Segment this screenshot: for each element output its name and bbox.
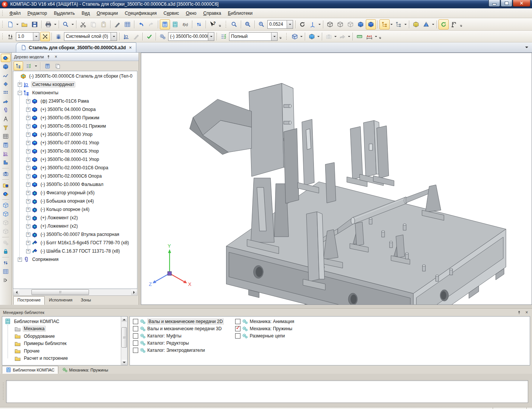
library-tree-item[interactable]: Оборудование	[2, 333, 127, 340]
tree-item[interactable]: +(-) Шайба С.16.37 ГОСТ 11371-78 (х8)	[13, 247, 137, 255]
tree-item[interactable]: +(-) 3500Пс-10.0000 Фальшвал	[13, 180, 137, 189]
step-combo[interactable]: 1.0	[16, 32, 39, 41]
menu-item-1[interactable]: Редактор	[24, 9, 51, 17]
layer-combo[interactable]: Системный слой (0)	[64, 32, 117, 41]
move-component[interactable]	[1, 201, 11, 209]
menu-item-0[interactable]: Файл	[6, 9, 24, 17]
tree-item[interactable]: +(+) 3500Пс-05.0000 Прижим	[13, 114, 137, 122]
scroll-thumb[interactable]	[122, 327, 127, 348]
rebuild-model[interactable]	[449, 19, 459, 30]
toolbar-overflow[interactable]	[218, 20, 222, 29]
fix-component[interactable]	[1, 247, 11, 256]
hide-objects-dropdown-icon[interactable]	[390, 20, 393, 29]
orientation[interactable]	[307, 19, 318, 30]
menu-item-2[interactable]: Выделить	[50, 9, 78, 17]
auxiliary-geometry[interactable]	[1, 97, 11, 106]
tree-expander[interactable]: +	[26, 116, 30, 120]
tree-expander[interactable]: +	[18, 258, 22, 262]
open-document[interactable]	[19, 19, 30, 30]
tree-item[interactable]: +(-) Фиксатор упорный (х5)	[13, 189, 137, 197]
restore-button[interactable]	[501, 0, 512, 7]
spec-editor[interactable]	[122, 19, 133, 30]
scroll-thumb[interactable]	[31, 289, 89, 295]
arrays[interactable]	[1, 89, 11, 97]
assembly-model[interactable]	[190, 83, 506, 304]
scroll-right-icon[interactable]	[131, 289, 137, 295]
library-checkbox[interactable]	[235, 319, 240, 324]
toolbar-overflow[interactable]	[378, 32, 382, 41]
component-replace[interactable]	[1, 259, 11, 267]
refresh-image[interactable]	[297, 19, 307, 30]
library-item[interactable]: Механика: Анимация	[235, 318, 294, 325]
tree-expander[interactable]: +	[26, 233, 30, 237]
tree-item[interactable]: +(-) Кольцо опорное (х4)	[13, 205, 137, 214]
library-checkbox[interactable]	[235, 333, 240, 339]
combo-dropdown-icon[interactable]	[208, 33, 214, 41]
scale-combo[interactable]: 0.0524	[267, 20, 293, 29]
library-tab-1[interactable]: Механика: Пружины	[58, 366, 112, 374]
macro-objects[interactable]	[1, 170, 11, 178]
construction-objects[interactable]	[1, 150, 11, 158]
preview-dropdown-icon[interactable]	[71, 20, 75, 29]
zoom-in-out[interactable]	[256, 19, 267, 30]
library-tree-scrollbar[interactable]	[121, 317, 127, 365]
combo-dropdown-icon[interactable]	[287, 20, 293, 28]
tree-expander[interactable]: +	[26, 124, 30, 128]
reports[interactable]	[1, 141, 11, 149]
copy-properties[interactable]	[112, 19, 122, 30]
tree-expander[interactable]: +	[26, 191, 30, 195]
menu-item-6[interactable]: Сервис	[160, 9, 183, 17]
display-wireframe[interactable]	[325, 19, 335, 30]
tree-item[interactable]: +(-) Болт М16х1,5-6gх45 ГОСТ 7798-70 (х8…	[13, 239, 137, 247]
change-component[interactable]	[158, 32, 167, 41]
3d-viewport[interactable]: X Y Z	[141, 53, 532, 305]
orientation-dropdown-icon[interactable]	[318, 20, 321, 29]
new-document[interactable]	[5, 19, 16, 30]
library-manager-toggle[interactable]	[170, 19, 180, 30]
detail-combo[interactable]: Полный	[229, 32, 278, 41]
document-check[interactable]	[144, 32, 154, 41]
library-tree-item[interactable]: Расчет и построение	[2, 355, 127, 362]
library-item[interactable]: Каталог: Редукторы	[133, 339, 224, 347]
library-item[interactable]: Каталог: Муфты	[133, 332, 224, 339]
surfaces[interactable]	[1, 80, 11, 88]
tree-item[interactable]: +Системы координат	[13, 80, 137, 89]
cut[interactable]	[78, 19, 88, 30]
tree-relations[interactable]	[43, 61, 52, 70]
tree-expander[interactable]: +	[26, 158, 30, 162]
simplified-display-dropdown-icon[interactable]	[431, 20, 435, 29]
document-tab[interactable]: Стапель для сборки_3500Пс-00.0000С6.a3d …	[16, 42, 136, 52]
section-display[interactable]	[411, 19, 421, 30]
layers[interactable]	[53, 32, 63, 41]
library-checkbox[interactable]	[133, 319, 138, 324]
solid-modeling[interactable]	[1, 62, 11, 71]
unfold-dropdown-icon[interactable]	[347, 32, 351, 41]
menu-item-7[interactable]: Окно	[183, 9, 200, 17]
specification[interactable]	[1, 132, 11, 140]
tree-expander[interactable]: +	[26, 208, 30, 212]
tree-expander[interactable]: +	[26, 199, 30, 203]
display-shaded[interactable]	[356, 19, 366, 30]
library-checkbox[interactable]	[133, 340, 138, 346]
auto-dimensions[interactable]	[364, 32, 374, 41]
tree-expander[interactable]: +	[26, 249, 30, 253]
tree-expander[interactable]: +	[26, 224, 30, 228]
photorealistics-dropdown-icon[interactable]	[334, 32, 337, 41]
tree-expander[interactable]: +	[26, 174, 30, 178]
hide-in-components[interactable]	[393, 19, 404, 30]
menu-item-4[interactable]: Операции	[93, 9, 121, 17]
tree-item[interactable]: +(-) 3500Пс-00.0007 Втулка распорная	[13, 230, 137, 239]
calculator[interactable]	[1, 267, 11, 276]
sheet-body[interactable]	[1, 158, 11, 167]
minimize-button[interactable]	[488, 0, 500, 7]
display-no-hidden[interactable]	[335, 19, 345, 30]
display-shaded-edges[interactable]	[366, 19, 376, 30]
solid-body-display[interactable]	[307, 32, 317, 41]
library-checkbox[interactable]	[133, 333, 138, 339]
edit-model[interactable]	[1, 54, 11, 62]
library-checkbox[interactable]	[133, 348, 138, 353]
tree-expander[interactable]: +	[18, 83, 22, 87]
spatial-curves[interactable]	[1, 71, 11, 80]
auto-dimensions-dropdown-icon[interactable]	[374, 32, 378, 41]
tree-expander[interactable]: +	[26, 108, 30, 112]
